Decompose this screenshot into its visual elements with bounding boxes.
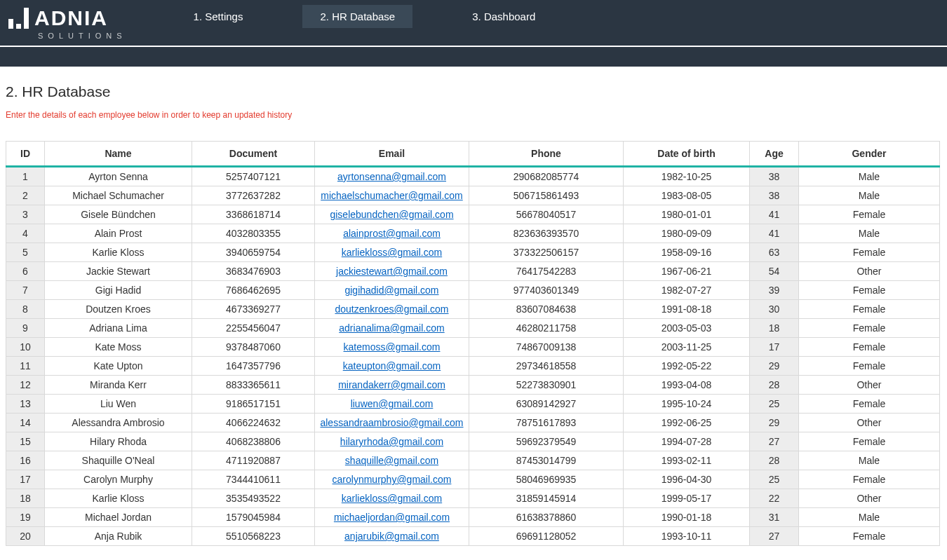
cell-name[interactable]: Alain Prost: [45, 224, 192, 243]
cell-document[interactable]: 9186517151: [192, 395, 315, 414]
cell-document[interactable]: 5510568223: [192, 527, 315, 546]
cell-id[interactable]: 11: [6, 357, 45, 376]
cell-dob[interactable]: 1996-04-30: [624, 470, 750, 489]
cell-dob[interactable]: 1983-08-05: [624, 186, 750, 205]
cell-age[interactable]: 63: [750, 243, 799, 262]
cell-email[interactable]: alessandraambrosio@gmail.com: [315, 414, 469, 432]
cell-document[interactable]: 1647357796: [192, 357, 315, 376]
cell-gender[interactable]: Female: [799, 281, 940, 300]
email-link[interactable]: kateupton@gmail.com: [343, 360, 441, 371]
cell-name[interactable]: Liu Wen: [45, 395, 192, 414]
cell-name[interactable]: Gisele Bündchen: [45, 205, 192, 224]
cell-dob[interactable]: 1992-05-22: [624, 357, 750, 376]
cell-phone[interactable]: 823636393570: [469, 224, 624, 243]
email-link[interactable]: hilaryrhoda@gmail.com: [340, 436, 443, 447]
cell-id[interactable]: 17: [6, 470, 45, 489]
cell-dob[interactable]: 1980-09-09: [624, 224, 750, 243]
cell-id[interactable]: 15: [6, 432, 45, 451]
cell-phone[interactable]: 83607084638: [469, 300, 624, 319]
cell-name[interactable]: Adriana Lima: [45, 319, 192, 338]
cell-email[interactable]: jackiestewart@gmail.com: [315, 262, 469, 281]
cell-document[interactable]: 4032803355: [192, 224, 315, 243]
email-link[interactable]: katemoss@gmail.com: [344, 341, 441, 353]
cell-name[interactable]: Carolyn Murphy: [45, 470, 192, 489]
cell-phone[interactable]: 52273830901: [469, 376, 624, 395]
email-link[interactable]: liuwen@gmail.com: [351, 398, 434, 409]
cell-name[interactable]: Michael Jordan: [45, 508, 192, 527]
cell-id[interactable]: 20: [6, 527, 45, 546]
cell-name[interactable]: Kate Moss: [45, 338, 192, 357]
cell-email[interactable]: michaelschumacher@gmail.com: [315, 186, 469, 205]
cell-dob[interactable]: 1994-07-28: [624, 432, 750, 451]
cell-dob[interactable]: 2003-05-03: [624, 319, 750, 338]
cell-age[interactable]: 38: [750, 186, 799, 205]
cell-age[interactable]: 54: [750, 262, 799, 281]
cell-email[interactable]: kateupton@gmail.com: [315, 357, 469, 376]
cell-email[interactable]: mirandakerr@gmail.com: [315, 376, 469, 395]
cell-age[interactable]: 38: [750, 167, 799, 186]
email-link[interactable]: adrianalima@gmail.com: [339, 322, 444, 334]
cell-id[interactable]: 1: [6, 167, 45, 186]
cell-id[interactable]: 8: [6, 300, 45, 319]
cell-id[interactable]: 13: [6, 395, 45, 414]
cell-gender[interactable]: Female: [799, 395, 940, 414]
cell-age[interactable]: 31: [750, 508, 799, 527]
cell-email[interactable]: doutzenkroes@gmail.com: [315, 300, 469, 319]
cell-phone[interactable]: 58046969935: [469, 470, 624, 489]
cell-age[interactable]: 22: [750, 489, 799, 508]
cell-age[interactable]: 25: [750, 395, 799, 414]
cell-document[interactable]: 8833365611: [192, 376, 315, 395]
cell-dob[interactable]: 1999-05-17: [624, 489, 750, 508]
cell-email[interactable]: karliekloss@gmail.com: [315, 243, 469, 262]
cell-phone[interactable]: 46280211758: [469, 319, 624, 338]
cell-document[interactable]: 9378487060: [192, 338, 315, 357]
cell-name[interactable]: Karlie Kloss: [45, 489, 192, 508]
email-link[interactable]: carolynmurphy@gmail.com: [333, 474, 452, 485]
email-link[interactable]: karliekloss@gmail.com: [342, 247, 442, 258]
cell-id[interactable]: 4: [6, 224, 45, 243]
cell-gender[interactable]: Female: [799, 357, 940, 376]
cell-gender[interactable]: Male: [799, 451, 940, 470]
cell-dob[interactable]: 1991-08-18: [624, 300, 750, 319]
cell-age[interactable]: 18: [750, 319, 799, 338]
cell-phone[interactable]: 506715861493: [469, 186, 624, 205]
cell-age[interactable]: 41: [750, 224, 799, 243]
cell-gender[interactable]: Female: [799, 243, 940, 262]
cell-dob[interactable]: 1982-10-25: [624, 167, 750, 186]
cell-gender[interactable]: Female: [799, 205, 940, 224]
cell-gender[interactable]: Male: [799, 186, 940, 205]
cell-name[interactable]: Kate Upton: [45, 357, 192, 376]
cell-phone[interactable]: 373322506157: [469, 243, 624, 262]
cell-dob[interactable]: 1982-07-27: [624, 281, 750, 300]
cell-email[interactable]: adrianalima@gmail.com: [315, 319, 469, 338]
email-link[interactable]: michaeljordan@gmail.com: [334, 512, 450, 523]
cell-email[interactable]: anjarubik@gmail.com: [315, 527, 469, 546]
cell-name[interactable]: Hilary Rhoda: [45, 432, 192, 451]
cell-dob[interactable]: 1958-09-16: [624, 243, 750, 262]
cell-age[interactable]: 27: [750, 432, 799, 451]
cell-age[interactable]: 39: [750, 281, 799, 300]
email-link[interactable]: alessandraambrosio@gmail.com: [320, 417, 463, 428]
cell-document[interactable]: 3368618714: [192, 205, 315, 224]
cell-phone[interactable]: 59692379549: [469, 432, 624, 451]
cell-document[interactable]: 7344410611: [192, 470, 315, 489]
cell-dob[interactable]: 2003-11-25: [624, 338, 750, 357]
cell-document[interactable]: 4068238806: [192, 432, 315, 451]
email-link[interactable]: anjarubik@gmail.com: [344, 531, 439, 542]
header-document[interactable]: Document: [192, 142, 315, 167]
cell-document[interactable]: 3535493522: [192, 489, 315, 508]
nav-settings[interactable]: 1. Settings: [176, 5, 261, 28]
cell-email[interactable]: michaeljordan@gmail.com: [315, 508, 469, 527]
cell-phone[interactable]: 74867009138: [469, 338, 624, 357]
email-link[interactable]: gigihadid@gmail.com: [344, 285, 438, 296]
cell-phone[interactable]: 63089142927: [469, 395, 624, 414]
cell-id[interactable]: 5: [6, 243, 45, 262]
cell-phone[interactable]: 29734618558: [469, 357, 624, 376]
cell-document[interactable]: 7686462695: [192, 281, 315, 300]
cell-age[interactable]: 17: [750, 338, 799, 357]
nav-hr-database[interactable]: 2. HR Database: [302, 5, 412, 28]
cell-name[interactable]: Gigi Hadid: [45, 281, 192, 300]
cell-email[interactable]: ayrtonsenna@gmail.com: [315, 167, 469, 186]
cell-id[interactable]: 9: [6, 319, 45, 338]
cell-phone[interactable]: 69691128052: [469, 527, 624, 546]
